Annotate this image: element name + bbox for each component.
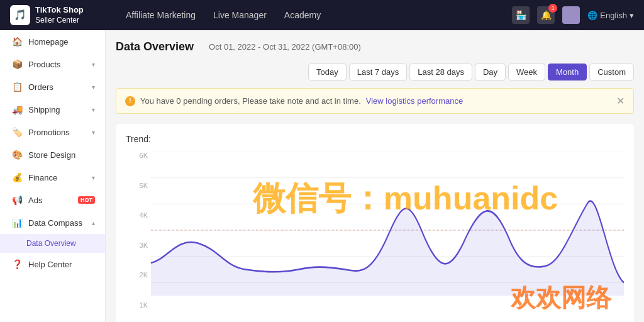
sidebar-item-help-center[interactable]: ❓ Help Center (0, 253, 105, 275)
y-label-3k: 3K (126, 242, 148, 249)
promotions-icon: 🏷️ (12, 127, 22, 137)
time-filter-month[interactable]: Month (548, 64, 587, 80)
top-navigation: 🎵 TikTok Shop Seller Center Affiliate Ma… (0, 0, 644, 30)
nav-links: Affiliate Marketing Live Manager Academy (126, 8, 497, 23)
sidebar-label-homepage: Homepage (28, 37, 95, 47)
main-content: Data Overview Oct 01, 2022 - Oct 31, 202… (106, 30, 644, 322)
sidebar-label-data-compass: Data Compass (28, 218, 86, 228)
logo: 🎵 TikTok Shop Seller Center (10, 5, 111, 25)
time-filter-day[interactable]: Day (475, 64, 506, 80)
logo-text: TikTok Shop Seller Center (35, 5, 84, 25)
sidebar-item-products[interactable]: 📦 Products ▾ (0, 53, 105, 75)
sidebar-label-ads: Ads (28, 196, 69, 205)
time-filter-last-7[interactable]: Last 7 days (349, 64, 408, 80)
chevron-down-icon: ▾ (92, 61, 95, 68)
chart-section: Trend: 1K 2K 3K 4K 5K 6K (116, 124, 634, 322)
sidebar-label-products: Products (28, 60, 86, 69)
main-layout: 🏠 Homepage 📦 Products ▾ 📋 Orders ▾ 🚚 Shi… (0, 30, 644, 322)
time-filter-week[interactable]: Week (508, 64, 545, 80)
sidebar-label-orders: Orders (28, 82, 86, 92)
store-design-icon: 🎨 (12, 150, 22, 160)
sidebar-item-data-compass[interactable]: 📊 Data Compass ▴ (0, 211, 105, 234)
nav-live-manager[interactable]: Live Manager (213, 8, 267, 23)
y-label-6k: 6K (126, 152, 148, 159)
sidebar-item-homepage[interactable]: 🏠 Homepage (0, 30, 105, 53)
time-filter-last-28[interactable]: Last 28 days (409, 64, 472, 80)
tiktok-logo-icon: 🎵 (10, 5, 30, 25)
page-title: Data Overview (116, 40, 194, 53)
y-label-2k: 2K (126, 271, 148, 279)
chart-label: Trend: (126, 134, 624, 144)
shop-icon-button[interactable]: 🏪 (512, 6, 530, 24)
language-selector[interactable]: 🌐 English ▾ (587, 11, 634, 20)
sidebar-label-help-center: Help Center (28, 260, 95, 269)
alert-text: You have 0 pending orders, Please take n… (140, 96, 361, 106)
sidebar-item-finance[interactable]: 💰 Finance ▾ (0, 166, 105, 189)
sidebar-item-promotions[interactable]: 🏷️ Promotions ▾ (0, 121, 105, 143)
chart-svg (151, 152, 624, 309)
alert-link[interactable]: View logistics performance (366, 96, 463, 106)
chevron-down-icon: ▾ (92, 84, 95, 91)
notification-bell-button[interactable]: 🔔 1 (537, 6, 555, 24)
chevron-up-icon: ▴ (92, 219, 95, 226)
shipping-icon: 🚚 (12, 104, 22, 114)
data-compass-icon: 📊 (12, 218, 22, 228)
help-center-icon: ❓ (12, 259, 22, 269)
sidebar-item-ads[interactable]: 📢 Ads HOT (0, 189, 105, 211)
notification-badge: 1 (548, 4, 557, 13)
chevron-down-icon: ▾ (92, 106, 95, 113)
page-header: Data Overview Oct 01, 2022 - Oct 31, 202… (116, 40, 634, 80)
time-filters: Today Last 7 days Last 28 days Day Week … (308, 64, 634, 80)
sidebar-label-store-design: Store Design (28, 150, 95, 160)
sidebar-subitem-label-data-overview: Data Overview (26, 239, 76, 248)
time-filter-today[interactable]: Today (308, 64, 347, 80)
y-axis: 1K 2K 3K 4K 5K 6K (126, 152, 148, 309)
chevron-down-icon: ▾ (92, 129, 95, 136)
hot-badge: HOT (78, 196, 95, 204)
y-label-5k: 5K (126, 182, 148, 189)
date-range: Oct 01, 2022 - Oct 31, 2022 (GMT+08:00) (209, 42, 361, 52)
sidebar: 🏠 Homepage 📦 Products ▾ 📋 Orders ▾ 🚚 Shi… (0, 30, 106, 322)
products-icon: 📦 (12, 59, 22, 69)
nav-right: 🏪 🔔 1 🌐 English ▾ (512, 6, 634, 24)
sidebar-subitem-data-overview[interactable]: Data Overview (0, 234, 105, 253)
chevron-down-icon: ▾ (92, 174, 95, 181)
sidebar-item-shipping[interactable]: 🚚 Shipping ▾ (0, 98, 105, 121)
y-label-1k: 1K (126, 301, 148, 309)
time-filter-custom[interactable]: Custom (589, 64, 634, 80)
home-icon: 🏠 (12, 36, 22, 47)
sidebar-label-shipping: Shipping (28, 105, 86, 114)
alert-close-button[interactable]: ✕ (616, 95, 625, 107)
sidebar-label-finance: Finance (28, 173, 86, 182)
sidebar-item-orders[interactable]: 📋 Orders ▾ (0, 75, 105, 98)
sidebar-item-store-design[interactable]: 🎨 Store Design (0, 143, 105, 166)
nav-affiliate-marketing[interactable]: Affiliate Marketing (126, 8, 196, 23)
chart-container: 1K 2K 3K 4K 5K 6K (126, 152, 624, 322)
sidebar-label-promotions: Promotions (28, 128, 86, 137)
alert-banner: ! You have 0 pending orders, Please take… (116, 88, 634, 114)
orders-icon: 📋 (12, 82, 22, 92)
ads-icon: 📢 (12, 195, 22, 205)
alert-icon: ! (125, 96, 135, 106)
finance-icon: 💰 (12, 172, 22, 182)
y-label-4k: 4K (126, 211, 148, 219)
nav-academy[interactable]: Academy (284, 8, 321, 23)
avatar[interactable] (562, 6, 580, 24)
